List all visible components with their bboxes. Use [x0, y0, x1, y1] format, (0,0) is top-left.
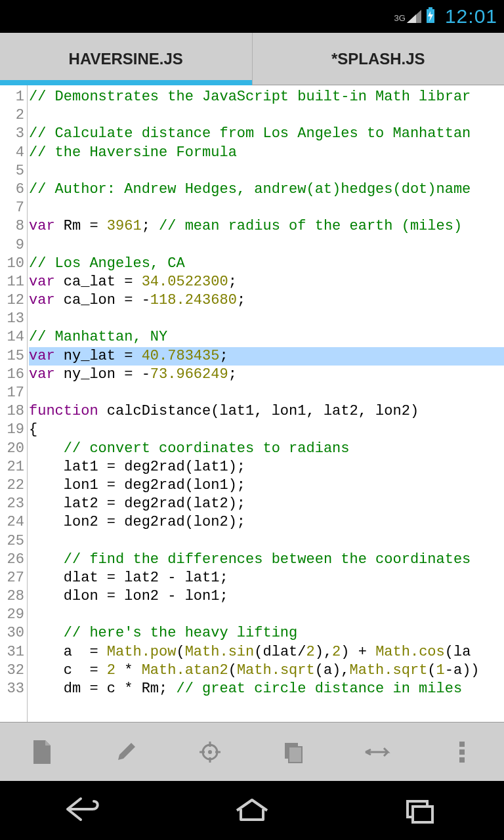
code-line[interactable]: lat2 = deg2rad(lat2); [29, 495, 504, 513]
code-line[interactable]: lat1 = deg2rad(lat1); [29, 458, 504, 476]
code-line[interactable] [29, 106, 504, 125]
android-nav-bar [0, 781, 504, 840]
line-number: 3 [0, 125, 24, 143]
code-line[interactable]: lon2 = deg2rad(lon2); [29, 513, 504, 532]
clock: 12:01 [445, 5, 497, 28]
nav-back-button[interactable] [61, 795, 107, 826]
code-line[interactable]: dlat = lat2 - lat1; [29, 569, 504, 587]
code-line[interactable]: var Rm = 3961; // mean radius of the ear… [29, 217, 504, 236]
line-number: 24 [0, 513, 24, 532]
line-number: 2 [0, 106, 24, 125]
status-icons: 3G 12:01 [394, 5, 497, 28]
recent-icon [397, 795, 443, 824]
copy-icon [281, 739, 307, 765]
line-number: 23 [0, 495, 24, 513]
line-number: 26 [0, 551, 24, 569]
code-area[interactable]: // Demonstrates the JavaScript built-in … [28, 85, 504, 722]
nav-home-button[interactable] [229, 795, 275, 826]
svg-point-6 [208, 750, 212, 754]
code-line[interactable]: var ny_lat = 40.783435; [29, 347, 504, 366]
line-number: 33 [0, 680, 24, 698]
line-number: 7 [0, 199, 24, 217]
target-button[interactable] [194, 736, 226, 768]
line-number: 29 [0, 606, 24, 624]
code-line[interactable] [29, 236, 504, 255]
line-number: 28 [0, 587, 24, 606]
code-line[interactable]: var ny_lon = -73.966249; [29, 366, 504, 384]
tab-bar: HAVERSINE.JS*SPLASH.JS [0, 33, 504, 85]
code-line[interactable]: { [29, 421, 504, 439]
svg-rect-14 [459, 749, 465, 755]
code-line[interactable] [29, 162, 504, 180]
line-number: 13 [0, 310, 24, 328]
screen: 3G 12:01 HAVERSINE.JS*SPLASH.JS 12345678… [0, 0, 504, 840]
code-line[interactable]: lon1 = deg2rad(lon1); [29, 476, 504, 495]
run-icon [363, 744, 393, 760]
code-line[interactable]: // find the differences between the coor… [29, 551, 504, 569]
line-number: 14 [0, 328, 24, 346]
code-line[interactable]: // Los Angeles, CA [29, 255, 504, 273]
line-number: 6 [0, 180, 24, 199]
back-icon [61, 795, 107, 824]
signal-icon [407, 10, 421, 23]
overflow-button[interactable] [446, 736, 478, 768]
code-line[interactable]: // Manhattan, NY [29, 328, 504, 346]
code-line[interactable]: var ca_lat = 34.0522300; [29, 273, 504, 291]
line-number: 18 [0, 402, 24, 421]
file-icon [31, 739, 53, 765]
svg-rect-3 [429, 7, 432, 9]
code-line[interactable]: dm = c * Rm; // great circle distance in… [29, 680, 504, 698]
line-number: 15 [0, 347, 24, 366]
line-number: 12 [0, 291, 24, 310]
line-number: 30 [0, 624, 24, 642]
line-number: 4 [0, 144, 24, 162]
line-number: 8 [0, 217, 24, 236]
code-line[interactable]: // Author: Andrew Hedges, andrew(at)hedg… [29, 180, 504, 199]
edit-icon [113, 739, 139, 765]
code-line[interactable]: // Calculate distance from Los Angeles t… [29, 125, 504, 143]
code-line[interactable] [29, 606, 504, 624]
code-line[interactable] [29, 199, 504, 217]
nav-recent-button[interactable] [397, 795, 443, 826]
line-number: 10 [0, 255, 24, 273]
line-number: 19 [0, 421, 24, 439]
svg-marker-1 [407, 14, 416, 23]
code-line[interactable]: dlon = lon2 - lon1; [29, 587, 504, 606]
code-line[interactable]: // convert coordinates to radians [29, 440, 504, 458]
edit-button[interactable] [110, 736, 142, 768]
tab-1[interactable]: *SPLASH.JS [252, 33, 505, 85]
run-button[interactable] [362, 736, 394, 768]
overflow-icon [458, 739, 466, 765]
file-button[interactable] [26, 736, 58, 768]
code-line[interactable] [29, 384, 504, 402]
code-line[interactable]: // here's the heavy lifting [29, 624, 504, 642]
line-gutter: 1234567891011121314151617181920212223242… [0, 85, 28, 722]
code-line[interactable]: var ca_lon = -118.243680; [29, 291, 504, 310]
code-line[interactable] [29, 532, 504, 551]
code-line[interactable]: // Demonstrates the JavaScript built-in … [29, 88, 504, 106]
line-number: 27 [0, 569, 24, 587]
svg-rect-17 [413, 807, 432, 822]
tab-0[interactable]: HAVERSINE.JS [0, 33, 252, 85]
line-number: 11 [0, 273, 24, 291]
code-editor[interactable]: 1234567891011121314151617181920212223242… [0, 85, 504, 722]
code-line[interactable] [29, 310, 504, 328]
line-number: 5 [0, 162, 24, 180]
line-number: 16 [0, 366, 24, 384]
svg-rect-12 [289, 747, 302, 763]
bottom-toolbar [0, 722, 504, 781]
line-number: 22 [0, 476, 24, 495]
code-line[interactable]: c = 2 * Math.atan2(Math.sqrt(a),Math.sqr… [29, 662, 504, 680]
battery-icon [425, 7, 436, 26]
line-number: 17 [0, 384, 24, 402]
status-bar: 3G 12:01 [0, 0, 504, 33]
target-icon [197, 739, 223, 765]
code-line[interactable]: function calcDistance(lat1, lon1, lat2, … [29, 402, 504, 421]
line-number: 25 [0, 532, 24, 551]
svg-rect-13 [459, 742, 465, 747]
code-line[interactable]: a = Math.pow(Math.sin(dlat/2),2) + Math.… [29, 643, 504, 662]
line-number: 1 [0, 88, 24, 106]
line-number: 21 [0, 458, 24, 476]
code-line[interactable]: // the Haversine Formula [29, 144, 504, 162]
copy-button[interactable] [278, 736, 310, 768]
